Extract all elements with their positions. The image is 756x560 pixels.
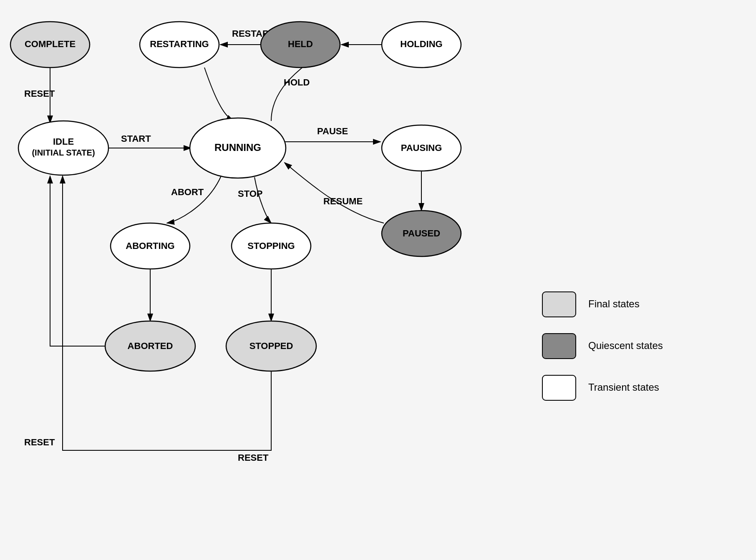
arrow-aborted-idle <box>50 176 106 346</box>
legend: Final states Quiescent states Transient … <box>542 292 663 400</box>
label-restarting: RESTARTING <box>150 39 209 49</box>
label-pausing: PAUSING <box>401 143 442 153</box>
legend-transient-box <box>542 375 576 400</box>
legend-final-label: Final states <box>588 298 640 309</box>
label-aborting: ABORTING <box>126 241 174 251</box>
state-diagram: RESET RESTART HOLD START PAUSE RESUME AB… <box>0 0 756 560</box>
label-resume: RESUME <box>323 196 363 206</box>
label-paused: PAUSED <box>403 228 440 239</box>
arrow-restarting-running <box>204 68 234 121</box>
legend-quiescent-label: Quiescent states <box>588 340 663 351</box>
label-pause: PAUSE <box>317 126 348 136</box>
arrow-running-stopping <box>255 177 271 223</box>
legend-transient-label: Transient states <box>588 382 659 393</box>
label-start: START <box>121 133 151 144</box>
label-holding: HOLDING <box>400 39 442 49</box>
label-hold: HOLD <box>284 77 310 88</box>
label-held: HELD <box>288 39 313 49</box>
label-reset-stopped: RESET <box>238 452 269 463</box>
label-reset-aborted: RESET <box>24 437 55 447</box>
label-stopping: STOPPING <box>247 241 295 251</box>
label-idle-2: (INITIAL STATE) <box>32 148 95 157</box>
label-reset-complete: RESET <box>24 88 55 99</box>
arrow-running-held <box>271 67 303 121</box>
label-idle-1: IDLE <box>53 136 74 147</box>
label-abort: ABORT <box>171 187 204 197</box>
legend-final-box <box>542 292 576 317</box>
legend-quiescent-box <box>542 334 576 359</box>
diagram-container: RESET RESTART HOLD START PAUSE RESUME AB… <box>0 0 756 560</box>
label-aborted: ABORTED <box>128 341 173 351</box>
arrow-running-aborting <box>167 176 221 223</box>
arrow-stopped-idle <box>63 176 271 450</box>
label-complete: COMPLETE <box>25 39 76 49</box>
label-running: RUNNING <box>214 142 261 153</box>
label-stopped: STOPPED <box>249 341 293 351</box>
label-stop: STOP <box>238 188 263 199</box>
arrow-paused-running <box>285 163 384 223</box>
